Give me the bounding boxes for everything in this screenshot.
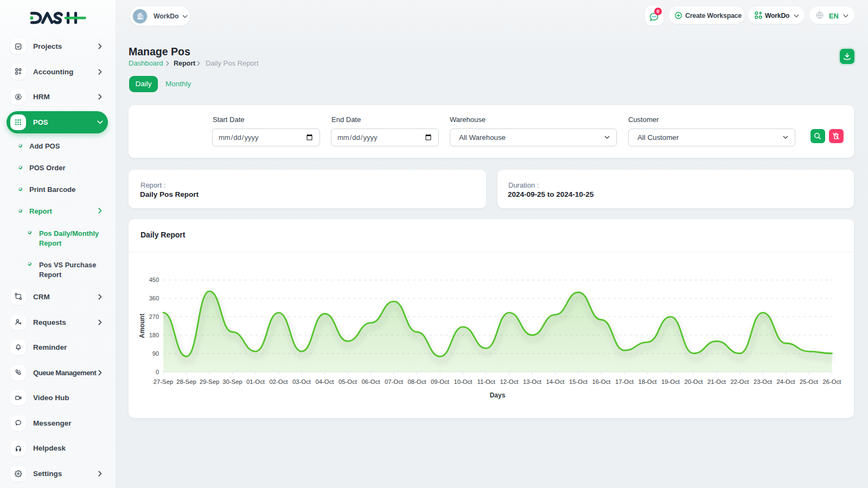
svg-text:26-Oct: 26-Oct: [823, 378, 842, 385]
svg-text:04-Oct: 04-Oct: [316, 378, 335, 385]
svg-text:450: 450: [149, 277, 159, 283]
svg-text:08-Oct: 08-Oct: [408, 378, 427, 385]
svg-text:11-Oct: 11-Oct: [477, 378, 495, 385]
svg-text:270: 270: [149, 313, 159, 320]
svg-text:28-Sep: 28-Sep: [176, 378, 196, 385]
svg-text:17-Oct: 17-Oct: [615, 378, 634, 385]
svg-text:20-Oct: 20-Oct: [685, 378, 704, 385]
svg-text:Amount: Amount: [138, 313, 146, 338]
svg-text:01-Oct: 01-Oct: [246, 378, 265, 385]
svg-text:180: 180: [149, 332, 159, 338]
svg-text:09-Oct: 09-Oct: [431, 378, 450, 385]
svg-text:25-Oct: 25-Oct: [800, 378, 819, 385]
svg-text:90: 90: [152, 350, 159, 357]
svg-text:24-Oct: 24-Oct: [777, 378, 796, 385]
svg-text:12-Oct: 12-Oct: [500, 378, 519, 385]
svg-text:14-Oct: 14-Oct: [546, 378, 565, 385]
svg-text:03-Oct: 03-Oct: [292, 378, 311, 385]
svg-text:16-Oct: 16-Oct: [592, 378, 611, 385]
svg-text:18-Oct: 18-Oct: [639, 378, 658, 385]
svg-text:13-Oct: 13-Oct: [523, 378, 542, 385]
svg-text:22-Oct: 22-Oct: [731, 378, 750, 385]
svg-text:07-Oct: 07-Oct: [385, 378, 404, 385]
svg-text:30-Sep: 30-Sep: [222, 378, 242, 385]
svg-text:15-Oct: 15-Oct: [569, 378, 588, 385]
svg-text:06-Oct: 06-Oct: [362, 378, 381, 385]
svg-text:23-Oct: 23-Oct: [754, 378, 773, 385]
svg-text:21-Oct: 21-Oct: [707, 378, 726, 385]
svg-text:Days: Days: [490, 391, 506, 399]
svg-text:02-Oct: 02-Oct: [270, 378, 289, 385]
svg-text:05-Oct: 05-Oct: [339, 378, 358, 385]
svg-text:27-Sep: 27-Sep: [154, 378, 173, 385]
svg-text:360: 360: [149, 295, 159, 301]
svg-text:10-Oct: 10-Oct: [454, 378, 473, 385]
svg-text:29-Sep: 29-Sep: [200, 378, 219, 385]
svg-text:0: 0: [156, 369, 159, 375]
svg-text:19-Oct: 19-Oct: [661, 378, 680, 385]
